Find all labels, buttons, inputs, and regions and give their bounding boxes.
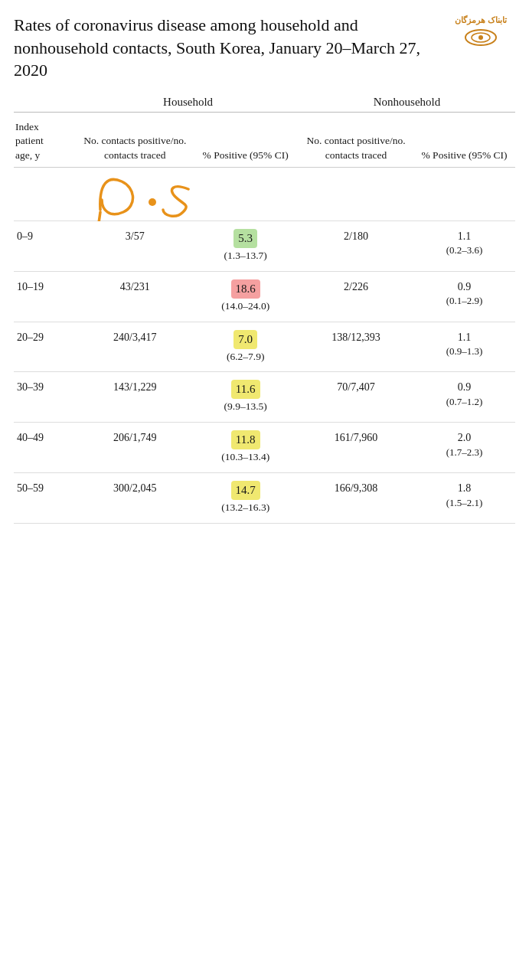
nh-ci: (0.2–3.6): [416, 243, 512, 257]
cell-nh-contacts: 70/7,407: [299, 372, 413, 423]
cell-age-group: 0–9: [14, 220, 77, 271]
cell-hh-contacts: 206/1,749: [77, 423, 192, 473]
col-header-hh-contacts: No. contacts positive/no. contacts trace…: [77, 113, 192, 168]
col-header-index-text: Indexpatientage, y: [15, 121, 44, 160]
data-table: Household Nonhousehold Indexpatientage, …: [14, 90, 515, 524]
cell-nh-contacts: 166/9,308: [299, 473, 413, 524]
cell-hh-pct: 11.8(10.3–13.4): [192, 423, 299, 473]
cell-hh-pct: 5.3(1.3–13.7): [192, 220, 299, 271]
nh-pct-value: 1.1: [458, 332, 472, 343]
cell-hh-contacts: 43/231: [77, 271, 192, 322]
handwriting-svg: [77, 168, 230, 221]
hh-pct-value: 5.3: [238, 232, 253, 244]
handwriting-nh-pct-empty: [413, 167, 515, 220]
nonhousehold-section-header: Nonhousehold: [299, 90, 515, 112]
cell-nh-pct: 0.9(0.1–2.9): [413, 271, 515, 322]
table-row: 20–29240/3,4177.0(6.2–7.9)138/12,3931.1(…: [14, 322, 515, 372]
logo-icon: [464, 27, 498, 48]
table-row: 40–49206/1,74911.8(10.3–13.4)161/7,9602.…: [14, 423, 515, 473]
hh-pct-value: 11.6: [236, 383, 256, 395]
nh-ci: (1.7–2.3): [416, 446, 512, 459]
cell-age-group: 20–29: [14, 322, 77, 372]
household-section-header: Household: [77, 90, 299, 112]
cell-hh-contacts: 300/2,045: [77, 473, 192, 524]
col-header-hh-pct: % Positive (95% CI): [192, 113, 299, 168]
hh-ci: (6.2–7.9): [195, 350, 296, 364]
cell-nh-contacts: 161/7,960: [299, 423, 413, 473]
column-header-row: Indexpatientage, y No. contacts positive…: [14, 113, 515, 168]
hh-pct-value: 7.0: [238, 333, 253, 345]
hh-pct-value: 14.7: [236, 484, 256, 496]
handwriting-empty: [14, 167, 77, 220]
col-header-nh-contacts-text: No. contact positive/no. contacts traced: [307, 135, 406, 160]
col-header-hh-contacts-text: No. contacts positive/no. contacts trace…: [83, 135, 186, 160]
nh-pct-value: 2.0: [458, 432, 472, 443]
cell-nh-pct: 1.1(0.9–1.3): [413, 322, 515, 372]
hh-ci: (10.3–13.4): [195, 450, 296, 465]
cell-nh-pct: 2.0(1.7–2.3): [413, 423, 515, 473]
handwriting-nh-empty: [299, 167, 413, 220]
nh-ci: (0.9–1.3): [416, 345, 512, 358]
nh-pct-value: 1.8: [458, 482, 472, 494]
hh-ci: (14.0–24.0): [195, 299, 296, 314]
nh-ci: (1.5–2.1): [416, 496, 512, 510]
cell-hh-pct: 11.6(9.9–13.5): [192, 372, 299, 423]
table-row: 10–1943/23118.6(14.0–24.0)2/2260.9(0.1–2…: [14, 271, 515, 322]
page-title: Rates of coronavirus disease among house…: [14, 14, 442, 82]
col-header-nh-contacts: No. contact positive/no. contacts traced: [299, 113, 413, 168]
hh-pct-value: 18.6: [236, 283, 256, 295]
cell-hh-pct: 18.6(14.0–24.0): [192, 271, 299, 322]
col-header-nh-pct: % Positive (95% CI): [413, 113, 515, 168]
hh-ci: (1.3–13.7): [195, 249, 296, 263]
cell-nh-contacts: 138/12,393: [299, 322, 413, 372]
col-header-index: Indexpatientage, y: [14, 113, 77, 168]
nh-ci: (0.7–1.2): [416, 395, 512, 409]
cell-hh-pct: 7.0(6.2–7.9): [192, 322, 299, 372]
section-header-row: Household Nonhousehold: [14, 90, 515, 112]
cell-nh-pct: 1.1(0.2–3.6): [413, 220, 515, 271]
hh-pct-value: 11.8: [236, 433, 256, 446]
page-header: Rates of coronavirus disease among house…: [14, 14, 515, 82]
handwriting-cell: [77, 167, 299, 220]
svg-point-3: [149, 198, 156, 206]
cell-age-group: 10–19: [14, 271, 77, 322]
col-header-nh-pct-text: % Positive (95% CI): [422, 149, 508, 161]
nh-ci: (0.1–2.9): [416, 294, 512, 308]
svg-point-2: [478, 35, 483, 40]
hh-ci: (9.9–13.5): [195, 400, 296, 414]
cell-hh-contacts: 240/3,417: [77, 322, 192, 372]
cell-nh-pct: 0.9(0.7–1.2): [413, 372, 515, 423]
hh-ci: (13.2–16.3): [195, 501, 296, 515]
logo-text: تابناک هرمزگان: [455, 15, 507, 25]
handwriting-annotation-row: [14, 167, 515, 220]
table-row: 50–59300/2,04514.7(13.2–16.3)166/9,3081.…: [14, 473, 515, 524]
col-header-hh-pct-text: % Positive (95% CI): [203, 149, 289, 161]
nh-pct-value: 0.9: [458, 381, 472, 393]
table-row: 30–39143/1,22911.6(9.9–13.5)70/7,4070.9(…: [14, 372, 515, 423]
nh-pct-value: 0.9: [458, 281, 472, 292]
empty-header: [14, 90, 77, 112]
cell-hh-contacts: 3/57: [77, 220, 192, 271]
cell-nh-pct: 1.8(1.5–2.1): [413, 473, 515, 524]
cell-age-group: 40–49: [14, 423, 77, 473]
cell-nh-contacts: 2/226: [299, 271, 413, 322]
cell-age-group: 30–39: [14, 372, 77, 423]
nh-pct-value: 1.1: [458, 230, 472, 242]
table-row: 0–93/575.3(1.3–13.7)2/1801.1(0.2–3.6): [14, 220, 515, 271]
cell-age-group: 50–59: [14, 473, 77, 524]
cell-hh-contacts: 143/1,229: [77, 372, 192, 423]
cell-hh-pct: 14.7(13.2–16.3): [192, 473, 299, 524]
cell-nh-contacts: 2/180: [299, 220, 413, 271]
logo: تابناک هرمزگان: [446, 15, 515, 48]
table-body: 0–93/575.3(1.3–13.7)2/1801.1(0.2–3.6)10–…: [14, 220, 515, 523]
